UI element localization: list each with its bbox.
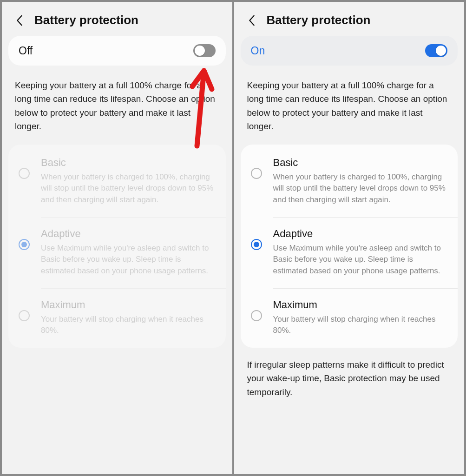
toggle-state-label: Off <box>19 45 33 57</box>
option-basic[interactable]: Basic When your battery is charged to 10… <box>8 146 226 217</box>
radio-basic[interactable] <box>251 168 262 179</box>
option-basic[interactable]: Basic When your battery is charged to 10… <box>241 146 458 217</box>
master-toggle-switch[interactable] <box>425 44 447 57</box>
footnote-text: If irregular sleep patterns make it diff… <box>234 348 465 409</box>
description-text: Keeping your battery at a full 100% char… <box>234 70 465 145</box>
right-screen: Battery protection On Keeping your batte… <box>234 2 465 474</box>
page-title: Battery protection <box>267 13 371 27</box>
radio-basic[interactable] <box>19 168 30 179</box>
radio-maximum[interactable] <box>251 310 262 321</box>
protection-options-list: Basic When your battery is charged to 10… <box>241 145 458 348</box>
option-title: Basic <box>273 157 448 169</box>
radio-maximum[interactable] <box>19 310 30 321</box>
option-title: Adaptive <box>41 228 216 240</box>
option-adaptive[interactable]: Adaptive Use Maximum while you're asleep… <box>41 217 226 288</box>
toggle-knob <box>195 46 205 56</box>
option-adaptive[interactable]: Adaptive Use Maximum while you're asleep… <box>273 217 458 288</box>
option-title: Basic <box>41 157 216 169</box>
option-desc: Your battery will stop charging when it … <box>273 314 448 337</box>
master-toggle-switch[interactable] <box>193 44 216 57</box>
option-desc: Your battery will stop charging when it … <box>41 314 216 337</box>
protection-options-list: Basic When your battery is charged to 10… <box>8 145 226 348</box>
option-title: Maximum <box>41 299 216 311</box>
description-text: Keeping your battery at a full 100% char… <box>2 70 232 145</box>
back-button[interactable] <box>245 14 258 27</box>
option-desc: When your battery is charged to 100%, ch… <box>41 172 216 206</box>
master-toggle-row[interactable]: On <box>241 36 458 66</box>
option-title: Adaptive <box>273 228 448 240</box>
toggle-knob <box>436 46 446 56</box>
radio-adaptive[interactable] <box>19 239 30 250</box>
master-toggle-row[interactable]: Off <box>8 36 226 66</box>
radio-adaptive[interactable] <box>251 239 262 250</box>
chevron-left-icon <box>15 14 24 26</box>
option-desc: Use Maximum while you're asleep and swit… <box>273 243 448 277</box>
option-title: Maximum <box>273 299 448 311</box>
back-button[interactable] <box>13 14 26 27</box>
header: Battery protection <box>2 2 232 36</box>
chevron-left-icon <box>248 14 256 26</box>
page-title: Battery protection <box>34 13 138 27</box>
option-desc: When your battery is charged to 100%, ch… <box>273 172 448 206</box>
header: Battery protection <box>234 2 465 36</box>
option-maximum[interactable]: Maximum Your battery will stop charging … <box>273 288 458 348</box>
option-desc: Use Maximum while you're asleep and swit… <box>41 243 216 277</box>
toggle-state-label: On <box>251 45 265 57</box>
left-screen: Battery protection Off Keeping your batt… <box>2 2 232 474</box>
option-maximum[interactable]: Maximum Your battery will stop charging … <box>41 288 226 348</box>
